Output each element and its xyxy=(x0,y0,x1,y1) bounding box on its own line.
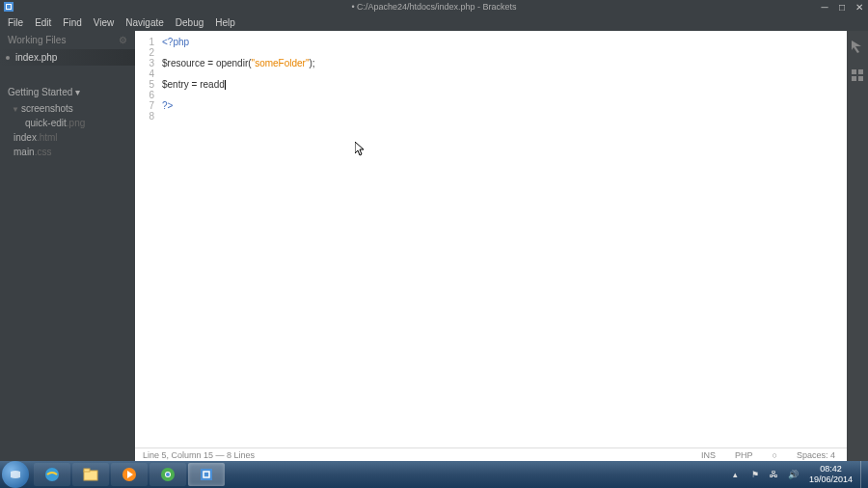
project-dropdown[interactable]: Getting Started ▾ xyxy=(0,83,135,101)
file-quick-edit-png[interactable]: quick-edit.png xyxy=(0,116,135,130)
show-desktop-button[interactable] xyxy=(860,461,868,488)
menu-view[interactable]: View xyxy=(88,15,121,30)
windows-taskbar: ▴ ⚑ 🖧 🔊 08:42 19/06/2014 xyxy=(0,461,868,488)
status-ins[interactable]: INS xyxy=(697,450,719,460)
code-content[interactable]: <?php$resource = opendir("someFolder");$… xyxy=(162,37,847,447)
line-gutter: 12345678 xyxy=(135,37,162,447)
svg-rect-1 xyxy=(858,69,863,74)
file-index-html[interactable]: index.html xyxy=(0,130,135,145)
svg-point-11 xyxy=(166,473,170,476)
system-tray: ▴ ⚑ 🖧 🔊 08:42 19/06/2014 xyxy=(726,461,868,488)
taskbar-media-player[interactable] xyxy=(111,463,148,486)
menu-find[interactable]: Find xyxy=(57,15,87,30)
clock-time: 08:42 xyxy=(809,464,853,474)
file-main-css[interactable]: main.css xyxy=(0,145,135,159)
status-spaces[interactable]: Spaces: 4 xyxy=(793,450,839,460)
taskbar-chrome[interactable] xyxy=(149,463,186,486)
file-base: quick-edit xyxy=(25,118,67,128)
dirty-indicator-icon xyxy=(6,56,10,60)
menu-navigate[interactable]: Navigate xyxy=(120,15,169,30)
svg-rect-0 xyxy=(852,69,856,74)
status-position: Line 5, Column 15 — 8 Lines xyxy=(143,450,255,460)
svg-rect-12 xyxy=(201,469,212,480)
tray-show-hidden-icon[interactable]: ▴ xyxy=(728,467,744,482)
status-lang[interactable]: PHP xyxy=(731,450,757,460)
working-file-index-php[interactable]: index.php xyxy=(0,49,135,66)
taskbar-clock[interactable]: 08:42 19/06/2014 xyxy=(803,464,858,485)
editor[interactable]: 12345678 <?php$resource = opendir("someF… xyxy=(135,31,847,461)
file-ext: .css xyxy=(35,147,52,157)
svg-rect-3 xyxy=(858,76,863,81)
window-title: • C:/Apache24/htdocs/index.php - Bracket… xyxy=(351,2,516,12)
tray-network-icon[interactable]: 🖧 xyxy=(767,467,782,482)
clock-date: 19/06/2014 xyxy=(809,474,853,485)
folder-screenshots[interactable]: ▼screenshots xyxy=(0,101,135,116)
brackets-app-icon xyxy=(4,2,14,12)
taskbar-brackets[interactable] xyxy=(188,463,225,486)
minimize-button[interactable]: ─ xyxy=(816,0,833,14)
menubar: File Edit Find View Navigate Debug Help xyxy=(0,14,868,31)
file-ext: .html xyxy=(37,132,58,143)
extensions-icon[interactable] xyxy=(850,68,865,83)
working-files-label: Working Files xyxy=(8,35,66,45)
taskbar-explorer[interactable] xyxy=(72,463,109,486)
close-button[interactable]: ✕ xyxy=(851,0,868,14)
working-file-label: index.php xyxy=(15,52,57,63)
status-lint-icon[interactable]: ○ xyxy=(769,450,781,460)
file-base: main xyxy=(14,147,35,157)
file-ext: .png xyxy=(67,118,85,128)
svg-rect-2 xyxy=(852,76,856,81)
working-files-header: Working Files ⚙ xyxy=(0,31,135,49)
svg-rect-7 xyxy=(84,469,90,472)
tray-volume-icon[interactable]: 🔊 xyxy=(786,467,801,482)
start-button[interactable] xyxy=(2,461,29,488)
taskbar-ie[interactable] xyxy=(34,463,70,486)
folder-expand-icon: ▼ xyxy=(12,105,19,114)
menu-help[interactable]: Help xyxy=(209,15,241,30)
folder-label: screenshots xyxy=(21,103,73,114)
right-toolbar xyxy=(847,31,868,461)
menu-debug[interactable]: Debug xyxy=(170,15,209,30)
menu-file[interactable]: File xyxy=(2,15,29,30)
statusbar: Line 5, Column 15 — 8 Lines INS PHP ○ Sp… xyxy=(135,447,847,461)
titlebar: • C:/Apache24/htdocs/index.php - Bracket… xyxy=(0,0,868,14)
file-base: index xyxy=(14,132,37,143)
project-name: Getting Started ▾ xyxy=(8,87,80,97)
maximize-button[interactable]: □ xyxy=(833,0,851,14)
tray-flag-icon[interactable]: ⚑ xyxy=(747,467,763,482)
gear-icon[interactable]: ⚙ xyxy=(119,35,127,45)
live-preview-icon[interactable] xyxy=(850,39,865,54)
menu-edit[interactable]: Edit xyxy=(29,15,57,30)
sidebar: Working Files ⚙ index.php Getting Starte… xyxy=(0,31,135,461)
